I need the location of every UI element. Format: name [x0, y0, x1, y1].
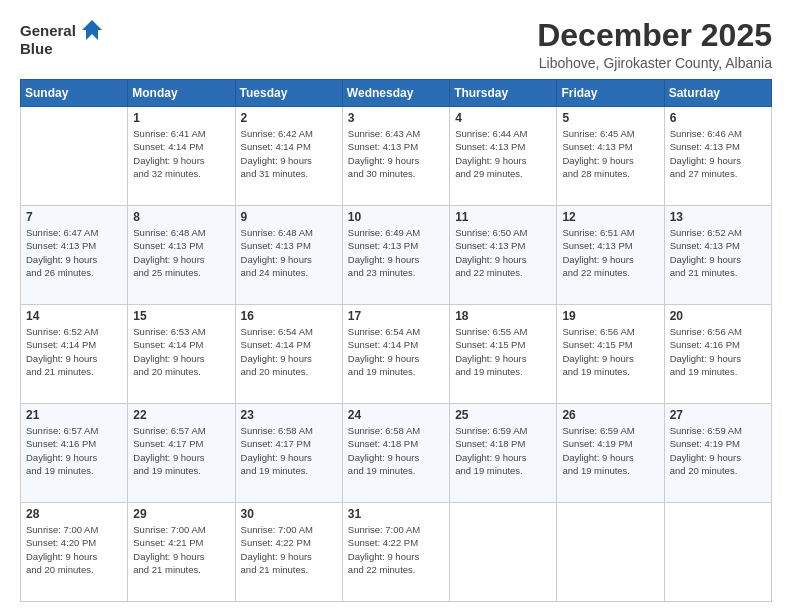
calendar-cell: 20Sunrise: 6:56 AM Sunset: 4:16 PM Dayli…	[664, 305, 771, 404]
calendar-header-thursday: Thursday	[450, 80, 557, 107]
day-number: 24	[348, 408, 444, 422]
calendar-cell: 6Sunrise: 6:46 AM Sunset: 4:13 PM Daylig…	[664, 107, 771, 206]
calendar-cell: 16Sunrise: 6:54 AM Sunset: 4:14 PM Dayli…	[235, 305, 342, 404]
calendar-cell: 9Sunrise: 6:48 AM Sunset: 4:13 PM Daylig…	[235, 206, 342, 305]
calendar-header-wednesday: Wednesday	[342, 80, 449, 107]
calendar-cell	[450, 503, 557, 602]
calendar-header-row: SundayMondayTuesdayWednesdayThursdayFrid…	[21, 80, 772, 107]
day-info: Sunrise: 6:58 AM Sunset: 4:18 PM Dayligh…	[348, 424, 444, 477]
calendar-cell: 28Sunrise: 7:00 AM Sunset: 4:20 PM Dayli…	[21, 503, 128, 602]
logo-text: General	[20, 22, 76, 40]
day-number: 4	[455, 111, 551, 125]
day-info: Sunrise: 6:52 AM Sunset: 4:14 PM Dayligh…	[26, 325, 122, 378]
day-info: Sunrise: 6:53 AM Sunset: 4:14 PM Dayligh…	[133, 325, 229, 378]
calendar-cell: 3Sunrise: 6:43 AM Sunset: 4:13 PM Daylig…	[342, 107, 449, 206]
calendar-cell: 31Sunrise: 7:00 AM Sunset: 4:22 PM Dayli…	[342, 503, 449, 602]
calendar-cell: 14Sunrise: 6:52 AM Sunset: 4:14 PM Dayli…	[21, 305, 128, 404]
day-number: 9	[241, 210, 337, 224]
calendar-cell	[664, 503, 771, 602]
day-number: 11	[455, 210, 551, 224]
calendar-header-friday: Friday	[557, 80, 664, 107]
calendar-cell	[21, 107, 128, 206]
day-info: Sunrise: 6:41 AM Sunset: 4:14 PM Dayligh…	[133, 127, 229, 180]
calendar-cell: 22Sunrise: 6:57 AM Sunset: 4:17 PM Dayli…	[128, 404, 235, 503]
day-info: Sunrise: 6:55 AM Sunset: 4:15 PM Dayligh…	[455, 325, 551, 378]
day-number: 1	[133, 111, 229, 125]
day-info: Sunrise: 6:48 AM Sunset: 4:13 PM Dayligh…	[133, 226, 229, 279]
calendar-cell: 19Sunrise: 6:56 AM Sunset: 4:15 PM Dayli…	[557, 305, 664, 404]
day-info: Sunrise: 6:48 AM Sunset: 4:13 PM Dayligh…	[241, 226, 337, 279]
calendar-cell: 21Sunrise: 6:57 AM Sunset: 4:16 PM Dayli…	[21, 404, 128, 503]
day-number: 12	[562, 210, 658, 224]
day-info: Sunrise: 6:43 AM Sunset: 4:13 PM Dayligh…	[348, 127, 444, 180]
calendar-week-row: 14Sunrise: 6:52 AM Sunset: 4:14 PM Dayli…	[21, 305, 772, 404]
day-info: Sunrise: 7:00 AM Sunset: 4:21 PM Dayligh…	[133, 523, 229, 576]
calendar-cell: 8Sunrise: 6:48 AM Sunset: 4:13 PM Daylig…	[128, 206, 235, 305]
logo: General Blue	[20, 18, 106, 58]
day-number: 8	[133, 210, 229, 224]
day-info: Sunrise: 6:42 AM Sunset: 4:14 PM Dayligh…	[241, 127, 337, 180]
day-number: 2	[241, 111, 337, 125]
day-number: 7	[26, 210, 122, 224]
day-info: Sunrise: 6:57 AM Sunset: 4:16 PM Dayligh…	[26, 424, 122, 477]
calendar-cell: 7Sunrise: 6:47 AM Sunset: 4:13 PM Daylig…	[21, 206, 128, 305]
day-info: Sunrise: 6:56 AM Sunset: 4:16 PM Dayligh…	[670, 325, 766, 378]
day-number: 23	[241, 408, 337, 422]
calendar-cell: 15Sunrise: 6:53 AM Sunset: 4:14 PM Dayli…	[128, 305, 235, 404]
day-number: 10	[348, 210, 444, 224]
day-number: 19	[562, 309, 658, 323]
calendar-cell: 25Sunrise: 6:59 AM Sunset: 4:18 PM Dayli…	[450, 404, 557, 503]
calendar-cell: 12Sunrise: 6:51 AM Sunset: 4:13 PM Dayli…	[557, 206, 664, 305]
day-info: Sunrise: 6:59 AM Sunset: 4:19 PM Dayligh…	[562, 424, 658, 477]
day-info: Sunrise: 6:59 AM Sunset: 4:19 PM Dayligh…	[670, 424, 766, 477]
calendar-week-row: 7Sunrise: 6:47 AM Sunset: 4:13 PM Daylig…	[21, 206, 772, 305]
day-info: Sunrise: 6:49 AM Sunset: 4:13 PM Dayligh…	[348, 226, 444, 279]
calendar-cell: 2Sunrise: 6:42 AM Sunset: 4:14 PM Daylig…	[235, 107, 342, 206]
day-number: 15	[133, 309, 229, 323]
calendar-header-saturday: Saturday	[664, 80, 771, 107]
logo-blue-text: Blue	[20, 40, 53, 58]
day-number: 6	[670, 111, 766, 125]
calendar-header-monday: Monday	[128, 80, 235, 107]
day-info: Sunrise: 7:00 AM Sunset: 4:22 PM Dayligh…	[241, 523, 337, 576]
day-info: Sunrise: 7:00 AM Sunset: 4:20 PM Dayligh…	[26, 523, 122, 576]
day-info: Sunrise: 6:45 AM Sunset: 4:13 PM Dayligh…	[562, 127, 658, 180]
logo-icon	[78, 16, 106, 44]
day-info: Sunrise: 7:00 AM Sunset: 4:22 PM Dayligh…	[348, 523, 444, 576]
day-number: 29	[133, 507, 229, 521]
day-number: 31	[348, 507, 444, 521]
day-number: 30	[241, 507, 337, 521]
calendar-cell: 11Sunrise: 6:50 AM Sunset: 4:13 PM Dayli…	[450, 206, 557, 305]
page: General Blue December 2025 Libohove, Gji…	[0, 0, 792, 612]
day-number: 16	[241, 309, 337, 323]
calendar-cell: 4Sunrise: 6:44 AM Sunset: 4:13 PM Daylig…	[450, 107, 557, 206]
calendar-week-row: 1Sunrise: 6:41 AM Sunset: 4:14 PM Daylig…	[21, 107, 772, 206]
calendar-cell: 24Sunrise: 6:58 AM Sunset: 4:18 PM Dayli…	[342, 404, 449, 503]
day-info: Sunrise: 6:59 AM Sunset: 4:18 PM Dayligh…	[455, 424, 551, 477]
calendar-week-row: 28Sunrise: 7:00 AM Sunset: 4:20 PM Dayli…	[21, 503, 772, 602]
calendar-cell	[557, 503, 664, 602]
day-number: 18	[455, 309, 551, 323]
day-info: Sunrise: 6:57 AM Sunset: 4:17 PM Dayligh…	[133, 424, 229, 477]
calendar-header-sunday: Sunday	[21, 80, 128, 107]
day-number: 17	[348, 309, 444, 323]
day-number: 21	[26, 408, 122, 422]
calendar-cell: 13Sunrise: 6:52 AM Sunset: 4:13 PM Dayli…	[664, 206, 771, 305]
calendar-cell: 27Sunrise: 6:59 AM Sunset: 4:19 PM Dayli…	[664, 404, 771, 503]
day-info: Sunrise: 6:56 AM Sunset: 4:15 PM Dayligh…	[562, 325, 658, 378]
day-number: 22	[133, 408, 229, 422]
day-info: Sunrise: 6:54 AM Sunset: 4:14 PM Dayligh…	[241, 325, 337, 378]
day-number: 5	[562, 111, 658, 125]
calendar-cell: 18Sunrise: 6:55 AM Sunset: 4:15 PM Dayli…	[450, 305, 557, 404]
day-info: Sunrise: 6:50 AM Sunset: 4:13 PM Dayligh…	[455, 226, 551, 279]
day-number: 13	[670, 210, 766, 224]
calendar-cell: 30Sunrise: 7:00 AM Sunset: 4:22 PM Dayli…	[235, 503, 342, 602]
title-block: December 2025 Libohove, Gjirokaster Coun…	[537, 18, 772, 71]
calendar-table: SundayMondayTuesdayWednesdayThursdayFrid…	[20, 79, 772, 602]
calendar-header-tuesday: Tuesday	[235, 80, 342, 107]
calendar-cell: 10Sunrise: 6:49 AM Sunset: 4:13 PM Dayli…	[342, 206, 449, 305]
day-number: 27	[670, 408, 766, 422]
svg-marker-0	[82, 20, 102, 40]
day-info: Sunrise: 6:54 AM Sunset: 4:14 PM Dayligh…	[348, 325, 444, 378]
day-number: 25	[455, 408, 551, 422]
